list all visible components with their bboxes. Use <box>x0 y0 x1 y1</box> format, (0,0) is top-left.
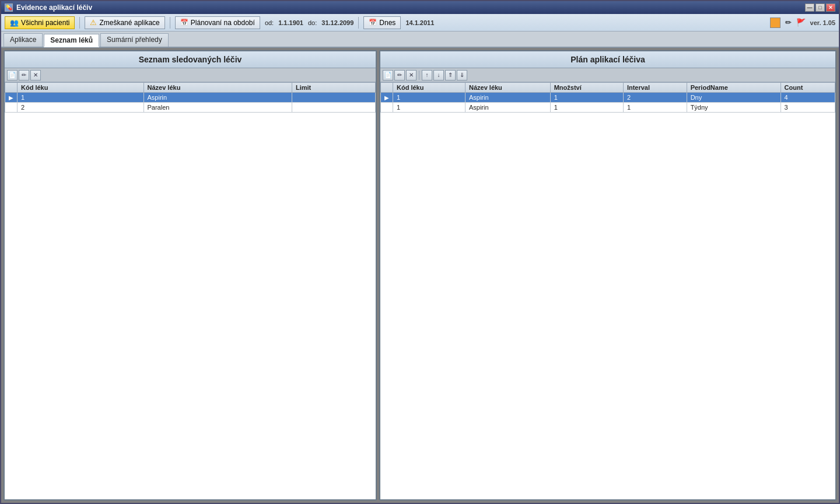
cell-limit <box>292 93 375 103</box>
left-delete-button[interactable]: ✕ <box>30 70 41 80</box>
cell-mnozstvi: 1 <box>550 93 623 103</box>
cell-kod: 1 <box>393 93 466 103</box>
tabs-bar: Aplikace Seznam léků Sumární přehledy <box>1 32 839 48</box>
tab-seznam-leku-label: Seznam léků <box>50 36 93 44</box>
right-col-nazev: Název léku <box>465 83 550 93</box>
right-col-interval: Interval <box>623 83 687 93</box>
table-row[interactable]: 1 Aspirin 1 1 Týdny 3 <box>381 103 835 113</box>
to-date: 31.12.2099 <box>321 19 354 26</box>
table-row[interactable]: ▶ 1 Aspirin 1 2 Dny 4 <box>381 93 835 103</box>
tab-aplikace-label: Aplikace <box>10 36 36 44</box>
left-table-header: Kód léku Název léku Limit <box>5 83 376 93</box>
today-button[interactable]: 📅 Dnes <box>363 16 401 29</box>
window-title: Evidence aplikací léčiv <box>16 4 92 12</box>
toolbar-sep-2 <box>170 17 170 29</box>
from-label: od: <box>265 19 274 26</box>
left-panel-toolbar: 📄 ✏ ✕ <box>5 68 376 82</box>
cell-mnozstvi: 1 <box>550 103 623 113</box>
cell-interval: 1 <box>623 103 687 113</box>
right-table-container: Kód léku Název léku Množství Interval Pe… <box>380 82 835 499</box>
right-up-button[interactable]: ↑ <box>422 70 432 80</box>
toolbar-sep-1 <box>79 17 80 29</box>
cell-period: Dny <box>687 93 780 103</box>
tab-summarni-prehledy[interactable]: Sumární přehledy <box>100 33 169 47</box>
cell-kod: 2 <box>18 103 144 113</box>
row-indicator <box>5 103 18 113</box>
right-edit-button[interactable]: ✏ <box>394 70 405 80</box>
right-col-indicator <box>381 83 393 93</box>
main-toolbar: 👥 Všichni pacienti ⚠ Zmeškané aplikace 📅… <box>1 14 839 32</box>
row-indicator <box>381 103 393 113</box>
row-indicator: ▶ <box>5 93 18 103</box>
toolbar-sep-3 <box>358 17 359 29</box>
cell-period: Týdny <box>687 103 780 113</box>
all-patients-label: Všichni pacienti <box>21 19 69 27</box>
left-col-kod: Kód léku <box>18 83 144 93</box>
tab-aplikace[interactable]: Aplikace <box>4 33 43 47</box>
cell-nazev: Aspirin <box>465 93 550 103</box>
right-col-kod: Kód léku <box>393 83 466 93</box>
right-table-body: ▶ 1 Aspirin 1 2 Dny 4 1 Aspirin 1 1 Týdn… <box>381 93 835 113</box>
close-button[interactable]: ✕ <box>826 4 835 12</box>
left-panel-title: Seznam sledovaných léčiv <box>5 51 376 68</box>
patients-icon: 👥 <box>10 19 19 27</box>
right-panel: Plán aplikací léčiva 📄 ✏ ✕ ↑ ↓ ⇑ ⇓ Kód l… <box>379 50 836 501</box>
color-indicator <box>770 18 780 28</box>
cell-kod: 1 <box>18 93 144 103</box>
cell-nazev: Aspirin <box>144 93 292 103</box>
main-content: Seznam sledovaných léčiv 📄 ✏ ✕ Kód léku … <box>1 48 839 503</box>
right-down-button[interactable]: ↓ <box>433 70 444 80</box>
title-bar-controls: — □ ✕ <box>805 4 835 12</box>
flag-icon: 🚩 <box>796 18 806 27</box>
row-indicator: ▶ <box>381 93 393 103</box>
title-bar: 💊 Evidence aplikací léčiv — □ ✕ <box>1 1 839 14</box>
all-patients-button[interactable]: 👥 Všichni pacienti <box>5 16 75 29</box>
left-edit-button[interactable]: ✏ <box>19 70 29 80</box>
cell-nazev: Paralen <box>144 103 292 113</box>
cell-limit <box>292 103 375 113</box>
maximize-button[interactable]: □ <box>816 4 825 12</box>
planning-label: Plánovaní na období <box>191 19 255 27</box>
right-delete-button[interactable]: ✕ <box>406 70 416 80</box>
table-row[interactable]: 2 Paralen <box>5 103 376 113</box>
to-label: do: <box>308 19 317 26</box>
left-table-body: ▶ 1 Aspirin 2 Paralen <box>5 93 376 113</box>
right-col-period: PeriodName <box>687 83 780 93</box>
left-new-button[interactable]: 📄 <box>7 70 18 80</box>
tab-summarni-prehledy-label: Sumární přehledy <box>107 36 162 44</box>
title-bar-left: 💊 Evidence aplikací léčiv <box>5 4 92 12</box>
calendar-icon-1: 📅 <box>180 19 188 26</box>
tab-seznam-leku[interactable]: Seznam léků <box>44 34 99 47</box>
missed-apps-button[interactable]: ⚠ Zmeškané aplikace <box>85 16 164 29</box>
right-col-count: Count <box>780 83 835 93</box>
right-table: Kód léku Název léku Množství Interval Pe… <box>380 82 835 113</box>
right-col-mnozstvi: Množství <box>550 83 623 93</box>
cell-interval: 2 <box>623 93 687 103</box>
version-label: ver. 1.05 <box>810 19 835 26</box>
warning-icon: ⚠ <box>90 18 97 27</box>
today-label: Dnes <box>379 19 396 27</box>
left-panel: Seznam sledovaných léčiv 📄 ✏ ✕ Kód léku … <box>4 50 377 501</box>
main-window: 💊 Evidence aplikací léčiv — □ ✕ 👥 Všichn… <box>0 0 840 504</box>
left-table: Kód léku Název léku Limit ▶ 1 Aspirin 2 … <box>5 82 376 113</box>
right-bottom-button[interactable]: ⇓ <box>457 70 467 80</box>
cell-count: 3 <box>780 103 835 113</box>
right-top-button[interactable]: ⇑ <box>445 70 456 80</box>
left-col-limit: Limit <box>292 83 375 93</box>
right-panel-title: Plán aplikací léčiva <box>380 51 835 68</box>
left-table-container: Kód léku Název léku Limit ▶ 1 Aspirin 2 … <box>5 82 376 499</box>
table-row[interactable]: ▶ 1 Aspirin <box>5 93 376 103</box>
minimize-button[interactable]: — <box>805 4 814 12</box>
right-panel-toolbar: 📄 ✏ ✕ ↑ ↓ ⇑ ⇓ <box>380 68 835 82</box>
pen-icon: ✏ <box>785 18 792 27</box>
today-date: 14.1.2011 <box>405 19 434 26</box>
missed-apps-label: Zmeškané aplikace <box>99 19 159 27</box>
calendar-icon-2: 📅 <box>369 19 377 26</box>
cell-kod: 1 <box>393 103 466 113</box>
planning-button[interactable]: 📅 Plánovaní na období <box>175 16 260 29</box>
right-table-header: Kód léku Název léku Množství Interval Pe… <box>381 83 835 93</box>
left-col-nazev: Název léku <box>144 83 292 93</box>
app-icon: 💊 <box>5 4 13 12</box>
cell-nazev: Aspirin <box>465 103 550 113</box>
right-new-button[interactable]: 📄 <box>383 70 393 80</box>
